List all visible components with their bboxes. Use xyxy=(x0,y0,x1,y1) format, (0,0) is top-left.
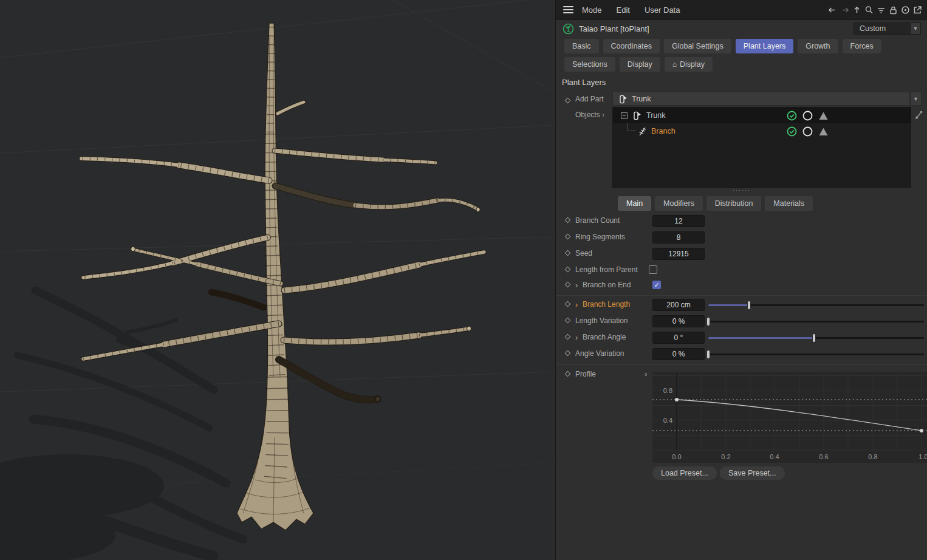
up-arrow-icon[interactable] xyxy=(852,5,862,15)
add-part-dropdown[interactable]: Trunk xyxy=(612,92,910,106)
length-variation-slider[interactable] xyxy=(708,321,924,323)
add-part-dropdown-arrow-icon[interactable]: ▼ xyxy=(910,92,922,106)
preset-dropdown[interactable]: Custom xyxy=(853,22,910,35)
subtab-main[interactable]: Main xyxy=(618,196,651,211)
add-part-value: Trunk xyxy=(632,95,651,103)
lock-icon[interactable] xyxy=(888,5,898,15)
param-diamond-icon xyxy=(565,234,571,240)
tree-shadow xyxy=(0,290,243,560)
profile-curve-editor[interactable]: 0.8 0.4 0.0 0.2 0.4 0.6 0.8 1.0 xyxy=(652,372,927,463)
search-icon[interactable] xyxy=(864,5,874,15)
param-diamond-icon xyxy=(565,334,571,340)
tab-growth[interactable]: Growth xyxy=(798,39,838,53)
tab-coordinates[interactable]: Coordinates xyxy=(603,39,660,53)
subtab-modifiers[interactable]: Modifiers xyxy=(655,196,703,211)
trunk-part-icon xyxy=(632,111,641,120)
enabled-check-icon[interactable] xyxy=(787,126,797,137)
prop-label: Angle Variation xyxy=(575,349,624,358)
slider-handle[interactable] xyxy=(706,317,710,326)
object-state-icons xyxy=(787,111,829,121)
layer-subtab-bar: Main Modifiers Distribution Materials xyxy=(618,196,813,211)
prop-label: Seed xyxy=(575,249,592,258)
hamburger-menu-icon[interactable] xyxy=(563,4,573,15)
section-divider xyxy=(556,295,927,296)
viewport-3d[interactable] xyxy=(0,0,555,560)
section-divider xyxy=(556,364,927,365)
collapse-expander-icon[interactable]: − xyxy=(621,112,628,119)
menu-mode[interactable]: Mode xyxy=(582,5,602,15)
attributes-panel: Mode Edit User Data Taiao Plant [toPlant… xyxy=(555,0,927,560)
prop-row-branch-angle: › Branch Angle 0 ° xyxy=(556,332,927,344)
visibility-circle-icon[interactable] xyxy=(802,111,813,121)
slider-fill xyxy=(708,304,749,306)
menubar-toolbar xyxy=(827,0,923,20)
expand-chevron-icon[interactable]: › xyxy=(575,280,578,291)
param-diamond-icon xyxy=(565,350,571,357)
angle-variation-slider[interactable] xyxy=(708,353,924,355)
expand-chevron-icon[interactable]: › xyxy=(575,332,578,343)
prop-row-seed: Seed 12915 xyxy=(556,248,927,260)
length-from-parent-checkbox[interactable] xyxy=(649,265,657,274)
object-row-trunk[interactable]: − Trunk xyxy=(613,108,911,123)
param-diamond-icon xyxy=(565,98,571,104)
open-external-icon[interactable] xyxy=(912,5,923,15)
prop-label: Branch Length xyxy=(583,300,630,309)
tab-global-settings[interactable]: Global Settings xyxy=(664,39,731,53)
secondary-tab-bar: Selections Display ⌂Display xyxy=(564,57,713,72)
prop-row-length-variation: Length Variation 0 % xyxy=(556,315,927,327)
visibility-circle-icon[interactable] xyxy=(802,126,813,137)
save-preset-button[interactable]: Save Preset... xyxy=(720,466,785,480)
panel-resize-handle[interactable]: ······ xyxy=(556,188,927,193)
pick-object-pen-icon[interactable] xyxy=(914,109,923,120)
load-preset-button[interactable]: Load Preset... xyxy=(652,466,717,480)
expand-chevron-icon[interactable]: › xyxy=(575,299,578,310)
tab-basic[interactable]: Basic xyxy=(564,39,599,53)
x-tick-label: 0.8 xyxy=(868,453,877,460)
menu-user-data[interactable]: User Data xyxy=(645,5,680,15)
tab-display-hn[interactable]: ⌂Display xyxy=(665,57,713,72)
menu-edit[interactable]: Edit xyxy=(617,5,630,15)
branch-length-slider[interactable] xyxy=(708,304,924,306)
branch-on-end-checkbox[interactable]: ✓ xyxy=(652,281,661,289)
filter-icon[interactable] xyxy=(876,5,886,15)
back-arrow-icon[interactable] xyxy=(827,5,838,15)
target-icon[interactable] xyxy=(900,5,911,15)
prop-row-branch-on-end: › Branch on End ✓ xyxy=(556,279,927,292)
ring-segments-field[interactable]: 8 xyxy=(652,231,705,244)
curve-point-end[interactable] xyxy=(920,429,923,432)
render-triangle-icon[interactable] xyxy=(818,111,829,121)
branch-angle-field[interactable]: 0 ° xyxy=(652,332,705,344)
prop-row-angle-variation: Angle Variation 0 % xyxy=(556,348,927,360)
object-name[interactable]: Branch xyxy=(651,127,676,135)
prop-row-length-from-parent: Length from Parent xyxy=(556,264,927,276)
subtab-distribution[interactable]: Distribution xyxy=(706,196,762,211)
param-diamond-icon xyxy=(565,282,571,288)
render-triangle-icon[interactable] xyxy=(818,126,829,137)
branch-count-field[interactable]: 12 xyxy=(652,215,705,227)
object-name[interactable]: Trunk xyxy=(646,111,666,120)
slider-handle[interactable] xyxy=(812,333,816,343)
tab-forces[interactable]: Forces xyxy=(843,39,881,53)
tab-selections[interactable]: Selections xyxy=(564,57,615,72)
seed-field[interactable]: 12915 xyxy=(652,248,705,260)
object-state-icons xyxy=(787,126,829,137)
prop-label: Branch Angle xyxy=(583,333,626,341)
curve-point-start[interactable] xyxy=(675,398,679,401)
branch-angle-slider[interactable] xyxy=(708,337,924,339)
slider-handle[interactable] xyxy=(747,301,751,310)
subtab-materials[interactable]: Materials xyxy=(765,196,813,211)
length-variation-field[interactable]: 0 % xyxy=(652,315,705,327)
tab-display[interactable]: Display xyxy=(620,57,660,72)
add-part-label: Add Part xyxy=(575,95,604,103)
tab-plant-layers[interactable]: Plant Layers xyxy=(736,39,793,53)
forward-arrow-icon[interactable] xyxy=(840,5,850,15)
angle-variation-field[interactable]: 0 % xyxy=(652,348,705,360)
slider-handle[interactable] xyxy=(706,350,710,359)
y-tick-label: 0.8 xyxy=(663,387,672,394)
enabled-check-icon[interactable] xyxy=(787,111,797,121)
param-diamond-icon xyxy=(565,217,571,224)
profile-expand-chevron-icon[interactable]: › xyxy=(645,369,647,378)
preset-dropdown-arrow-icon[interactable]: ▼ xyxy=(910,22,921,35)
branch-length-field[interactable]: 200 cm xyxy=(652,299,705,311)
object-row-branch[interactable]: Branch xyxy=(613,123,911,139)
